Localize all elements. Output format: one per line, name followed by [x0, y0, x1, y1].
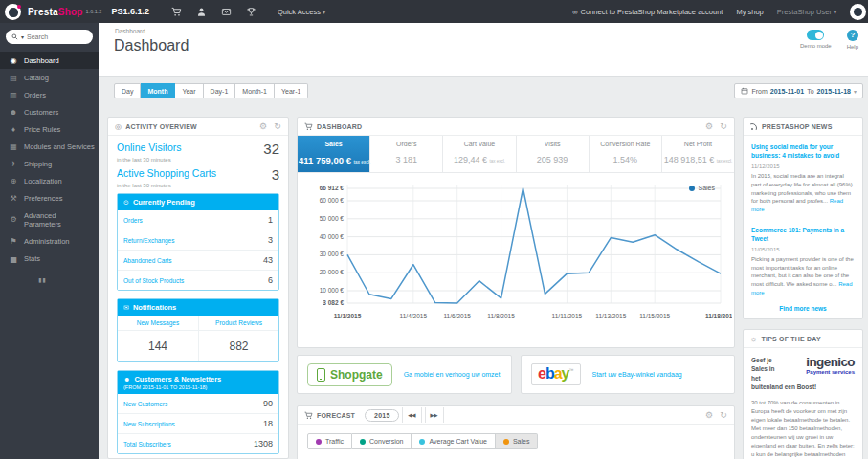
wrench-icon: ⚒ [9, 194, 18, 203]
customer-icon[interactable] [189, 3, 214, 20]
forecast-year[interactable]: 2015 [365, 409, 399, 422]
kpi-cart-value[interactable]: Cart Value 129,44 € tax excl. [443, 136, 516, 172]
filter-year-1-button[interactable]: Year-1 [275, 83, 308, 98]
chart-legend[interactable]: Sales [689, 185, 715, 191]
help-button[interactable]: ? Help [847, 30, 858, 50]
shop-version: PS1.6.1.2 [111, 7, 149, 16]
sidebar-item-orders[interactable]: ▥Orders [0, 86, 99, 103]
sidebar-item-price-rules[interactable]: ♦Price Rules [0, 120, 99, 138]
prev-year-button[interactable]: ◀◀ [402, 407, 421, 423]
question-icon: ? [847, 30, 858, 41]
refresh-icon[interactable]: ↻ [720, 410, 727, 420]
caret-down-icon: ▾ [834, 10, 836, 15]
gear-icon[interactable]: ⚙ [259, 121, 267, 131]
search-input[interactable] [27, 33, 87, 40]
refresh-icon[interactable]: ↻ [274, 121, 281, 131]
customers-row-subscriptions: New Subscriptions18 [118, 413, 278, 433]
legend-traffic-button[interactable]: Traffic [307, 433, 352, 449]
topbar: PrestaShop 1.6.1.2 PS1.6.1.2 Quick Acces… [0, 0, 868, 23]
filter-day-1-button[interactable]: Day-1 [204, 83, 236, 98]
next-year-button[interactable]: ▶▶ [425, 407, 444, 423]
user-menu[interactable]: PrestaShop User ▾ [777, 8, 836, 16]
topbar-right: ∞Connect to PrestaShop Marketplace accou… [572, 4, 868, 20]
filter-year-button[interactable]: Year [175, 83, 203, 98]
pending-row-out-of-stock: Out of Stock Products6 [118, 270, 278, 290]
sidebar-item-shipping[interactable]: ✈Shipping [0, 155, 99, 172]
legend-sales-button[interactable]: Sales [496, 433, 539, 449]
forecast-legend: Traffic Conversion Average Cart Value Sa… [298, 425, 734, 458]
dashboard-panel: DASHBOARD ⚙↻ Sales 411 759,00 € tax excl… [297, 117, 735, 348]
prestashop-news-panel: PRESTASHOP NEWS Using social media for y… [743, 117, 863, 319]
sidebar-item-preferences[interactable]: ⚒Preferences [0, 189, 99, 207]
pending-row-orders: Orders1 [118, 210, 278, 230]
customers-row-new: New Customers90 [118, 394, 278, 413]
messages-icon[interactable] [214, 3, 239, 20]
activity-panel-header: ◎ ACTIVITY OVERVIEW ⚙↻ [108, 118, 288, 136]
dashboard-panel-header: DASHBOARD ⚙↻ [298, 118, 734, 136]
quick-access-menu[interactable]: Quick Access ▾ [278, 8, 325, 16]
shopgate-link[interactable]: Ga mobiel en verhoog uw omzet [404, 370, 501, 379]
trophy-icon[interactable] [239, 3, 264, 20]
date-filter-group: Day Month Year Day-1 Month-1 Year-1 [114, 83, 308, 98]
sidebar-item-dashboard[interactable]: ◉Dashboard [0, 52, 99, 69]
online-visitors-link[interactable]: Online Visitors [117, 142, 182, 153]
ingenico-logo[interactable]: ingenico Payment services [784, 356, 855, 376]
user-avatar[interactable] [850, 4, 866, 20]
legend-avg-cart-value-button[interactable]: Average Cart Value [412, 433, 495, 449]
shopgate-logo[interactable]: Shopgate [307, 363, 392, 386]
search-icon [11, 33, 18, 40]
kpi-net-profit[interactable]: Net Profit 148 918,51 € tax excl. [662, 136, 734, 172]
pending-row-returns: Return/Exchanges3 [118, 230, 278, 250]
svg-text:11/8/2015: 11/8/2015 [487, 313, 515, 319]
new-messages-cell: New Messages 144 [118, 316, 198, 361]
rss-icon [750, 122, 758, 130]
kpi-sales[interactable]: Sales 411 759,00 € tax excl. [298, 136, 370, 172]
my-shop-link[interactable]: My shop [736, 8, 763, 16]
gear-icon[interactable]: ⚙ [705, 121, 713, 131]
sidebar-item-administration[interactable]: ⚑Administration [0, 232, 99, 250]
legend-conversion-button[interactable]: Conversion [352, 433, 412, 449]
news-article: Ecommerce 101: Payments in a Tweet 11/05… [744, 219, 862, 302]
kpi-orders[interactable]: Orders 3 181 [370, 136, 443, 172]
find-more-news-link[interactable]: Find more news [744, 298, 862, 318]
svg-text:11/15/2015: 11/15/2015 [639, 313, 670, 319]
news-article-title[interactable]: Using social media for your business: 4 … [751, 142, 855, 160]
chart-bar-icon: ▅ [9, 254, 18, 263]
sidebar-item-catalog[interactable]: ▤Catalog [0, 69, 99, 86]
sidebar-item-modules[interactable]: ▦Modules and Services [0, 138, 99, 155]
customers-row-subscribers: Total Subscribers1308 [118, 433, 278, 453]
svg-text:60 000 €: 60 000 € [320, 197, 345, 204]
kpi-visits[interactable]: Visits 205 939 [517, 136, 590, 172]
date-range-picker[interactable]: From2015-11-01 To2015-11-18 ▾ [734, 83, 863, 98]
cart-icon[interactable] [165, 3, 189, 20]
kpi-conversion-rate[interactable]: Conversion Rate 1.54% [590, 136, 662, 172]
caret-down-icon: ▾ [854, 88, 857, 95]
sales-legend-dot [689, 186, 695, 191]
filter-month-button[interactable]: Month [141, 83, 175, 98]
svg-text:11/4/2015: 11/4/2015 [400, 313, 428, 319]
truck-icon: ✈ [9, 160, 18, 168]
active-carts-link[interactable]: Active Shopping Carts [117, 167, 216, 179]
sidebar-item-advanced-parameters[interactable]: ⚙Advanced Parameters [0, 207, 99, 232]
sidebar-item-customers[interactable]: ☻Customers [0, 103, 99, 120]
refresh-icon[interactable]: ↻ [720, 121, 727, 131]
filter-month-1-button[interactable]: Month-1 [235, 83, 275, 98]
sidebar-item-localization[interactable]: ⊕Localization [0, 172, 99, 189]
marketplace-link[interactable]: ∞Connect to PrestaShop Marketplace accou… [572, 8, 723, 16]
ebay-logo[interactable]: ebay ™ [531, 363, 581, 386]
svg-text:11/1/2015: 11/1/2015 [334, 313, 362, 319]
news-article-title[interactable]: Ecommerce 101: Payments in a Tweet [751, 226, 855, 243]
ebay-link[interactable]: Start uw eBay-winkel vandaag [592, 370, 682, 379]
caret-down-icon[interactable]: ▾ [21, 33, 24, 40]
bell-icon: ✉ [123, 304, 129, 312]
book-icon: ▤ [9, 74, 18, 82]
filter-day-button[interactable]: Day [114, 83, 141, 98]
svg-text:11/6/2015: 11/6/2015 [443, 313, 471, 319]
sidebar-collapse-button[interactable]: ▮▮ [38, 276, 99, 283]
prestashop-logo-icon[interactable] [5, 4, 21, 20]
demo-mode-toggle[interactable]: Demo mode [800, 30, 832, 50]
tips-panel-header: ☼ TIPS OF THE DAY [744, 330, 862, 348]
tips-text: 30 tot 70% van de consumenten in Europa … [751, 397, 855, 459]
gear-icon[interactable]: ⚙ [705, 410, 713, 420]
sidebar-item-stats[interactable]: ▅Stats [0, 250, 99, 267]
